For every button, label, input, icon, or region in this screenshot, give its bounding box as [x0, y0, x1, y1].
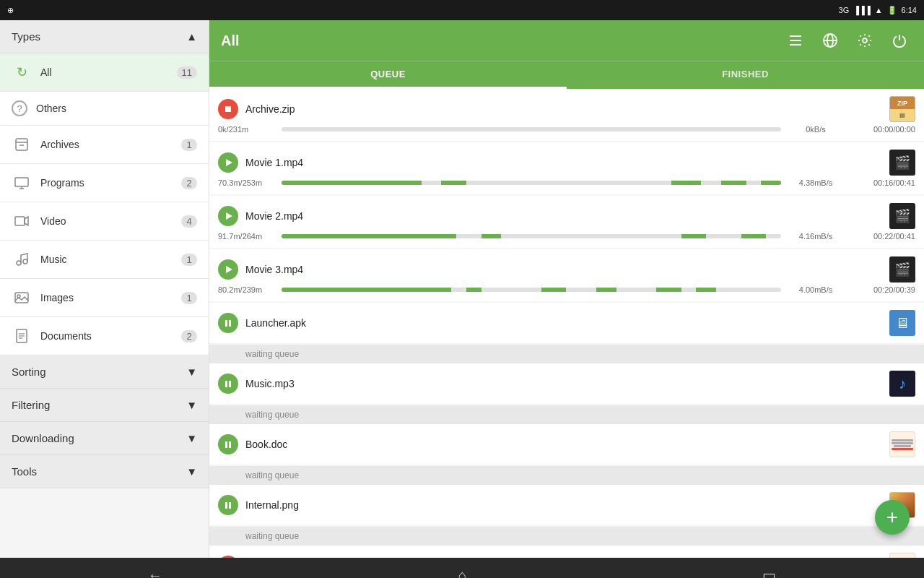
status-left: ⊕: [7, 6, 14, 15]
item-header: Archive.zip ZIP ▤: [218, 96, 915, 122]
pause-button[interactable]: [218, 313, 238, 333]
home-button[interactable]: ⌂: [458, 567, 466, 579]
sidebar-item-count: 2: [181, 330, 197, 342]
sidebar-item-programs[interactable]: Programs 2: [0, 164, 209, 202]
svg-rect-6: [15, 217, 25, 225]
wifi-icon: ▲: [875, 6, 883, 14]
list-icon[interactable]: [783, 27, 808, 53]
filtering-label: Filtering: [12, 399, 50, 411]
progress-segment: [721, 181, 746, 185]
video-thumb-icon: 🎬: [894, 155, 910, 171]
play-icon: [226, 159, 232, 166]
sorting-chevron-icon: ▼: [186, 366, 197, 378]
progress-segment: [441, 181, 466, 185]
downloading-label: Downloading: [12, 432, 74, 444]
tools-header[interactable]: Tools ▼: [0, 455, 209, 488]
sorting-header[interactable]: Sorting ▼: [0, 355, 209, 388]
plus-icon: +: [886, 506, 898, 529]
pause-button[interactable]: [218, 374, 238, 394]
progress-row: 91.7m/264m 4.16mB/s 00:22/00:41: [218, 232, 915, 241]
stop-button[interactable]: [218, 99, 238, 119]
list-item: Movie 3.mp4 🎬 80.2m/239m 4.: [209, 249, 924, 301]
list-item: Archive.zip ZIP ▤ 0k/231m 0kB/s 00:00/00…: [209, 89, 924, 141]
progress-segment: [282, 234, 456, 238]
file-thumbnail: [889, 431, 915, 457]
filename: Internal.png: [245, 499, 882, 511]
progress-row: 80.2m/239m 4.00mB/s 00:20/00:39: [218, 285, 915, 294]
file-thumbnail: [889, 553, 915, 558]
filename: Music.mp3: [245, 378, 882, 389]
status-bar: ⊕ 3G ▐▐▐ ▲ 🔋 6:14: [0, 0, 924, 20]
play-button[interactable]: [218, 206, 238, 226]
stop-button[interactable]: [218, 556, 238, 558]
power-icon[interactable]: [886, 27, 912, 53]
progress-segment: [741, 234, 767, 238]
svg-marker-7: [25, 217, 28, 225]
svg-point-8: [17, 261, 21, 265]
item-header: mymail.txt: [218, 553, 915, 558]
tab-queue[interactable]: QUEUE: [209, 61, 567, 89]
sidebar-item-count: 11: [177, 66, 197, 79]
sorting-section: Sorting ▼: [0, 355, 209, 389]
tab-bar: QUEUE FINISHED: [209, 61, 924, 89]
sidebar-item-others[interactable]: ? Others: [0, 92, 209, 126]
progress-segment: [282, 288, 451, 292]
music-icon: [12, 249, 32, 269]
stop-icon: [225, 106, 231, 112]
progress-bar: [282, 234, 781, 238]
item-header: Book.doc: [218, 431, 915, 457]
sidebar-item-images[interactable]: Images 1: [0, 279, 209, 317]
all-icon: ↻: [12, 62, 32, 82]
sidebar-item-video[interactable]: Video 4: [0, 202, 209, 241]
others-icon: ?: [12, 100, 27, 116]
add-download-button[interactable]: +: [875, 500, 910, 535]
sidebar-item-count: 1: [181, 292, 197, 304]
download-list: Archive.zip ZIP ▤ 0k/231m 0kB/s 00:00/00…: [209, 89, 924, 558]
file-thumbnail: 🖥: [889, 310, 915, 336]
types-section-header[interactable]: Types ▲: [0, 20, 209, 53]
play-button[interactable]: [218, 259, 238, 280]
svg-rect-10: [15, 293, 28, 303]
play-button[interactable]: [218, 152, 238, 173]
progress-current: 91.7m/264m: [218, 232, 276, 241]
progress-bar: [282, 181, 781, 185]
documents-icon: [12, 326, 32, 346]
sidebar-item-count: 2: [181, 177, 197, 189]
pause-button[interactable]: [218, 495, 238, 515]
sidebar-item-count: 4: [181, 215, 197, 228]
tab-finished[interactable]: FINISHED: [567, 61, 924, 89]
pause-button[interactable]: [218, 434, 238, 454]
sidebar-item-archives[interactable]: Archives 1: [0, 126, 209, 164]
back-button[interactable]: ←: [148, 567, 162, 579]
types-label: Types: [12, 30, 40, 43]
sidebar-item-music[interactable]: Music 1: [0, 241, 209, 279]
waiting-queue-status: waiting queue: [209, 527, 924, 545]
downloading-chevron-icon: ▼: [186, 432, 197, 444]
sidebar-item-all[interactable]: ↻ All 11: [0, 53, 209, 92]
progress-current: 0k/231m: [218, 125, 276, 134]
waiting-queue-status: waiting queue: [209, 466, 924, 485]
tools-chevron-icon: ▼: [186, 465, 197, 478]
list-item: Internal.png: [209, 485, 924, 525]
downloading-header[interactable]: Downloading ▼: [0, 422, 209, 454]
waiting-queue-status: waiting queue: [209, 345, 924, 363]
globe-icon[interactable]: [817, 27, 843, 53]
progress-time: 00:16/00:41: [850, 178, 915, 187]
signal-icon: 3G: [839, 6, 850, 14]
downloading-section: Downloading ▼: [0, 422, 209, 455]
progress-speed: 4.16mB/s: [787, 232, 845, 241]
recent-apps-button[interactable]: ▭: [762, 566, 776, 578]
progress-current: 70.3m/253m: [218, 178, 276, 187]
filtering-header[interactable]: Filtering ▼: [0, 389, 209, 421]
progress-segment: [671, 181, 702, 185]
file-thumbnail: 🎬: [889, 256, 915, 282]
item-header: Movie 2.mp4 🎬: [218, 203, 915, 229]
list-item: Movie 1.mp4 🎬 70.3m/253m 4.38mB/s: [209, 142, 924, 194]
gear-icon[interactable]: [852, 27, 878, 53]
progress-speed: 4.38mB/s: [787, 178, 845, 187]
progress-bar: [282, 127, 781, 131]
filename: Archive.zip: [245, 103, 882, 115]
progress-time: 00:20/00:39: [850, 285, 915, 294]
progress-bar: [282, 288, 781, 292]
sidebar-item-documents[interactable]: Documents 2: [0, 317, 209, 355]
